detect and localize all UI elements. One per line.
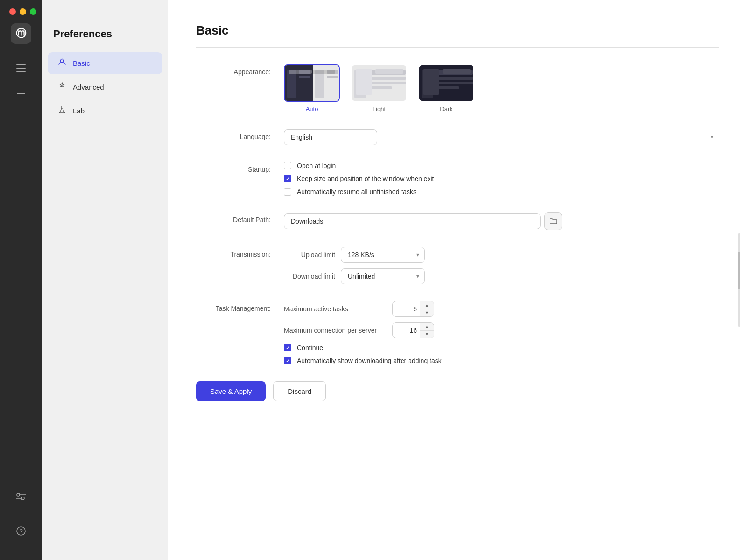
download-row: Download limit 64 KB/s 128 KB/s 256 KB/s… — [284, 268, 719, 284]
download-select-wrap: 64 KB/s 128 KB/s 256 KB/s 512 KB/s 1 MB/… — [341, 268, 425, 284]
default-path-row: Default Path: — [196, 212, 719, 230]
sidebar-item-advanced[interactable]: Advanced — [48, 76, 162, 98]
browse-folder-button[interactable] — [544, 212, 562, 230]
download-label: Download limit — [284, 273, 335, 280]
continue-checkbox[interactable] — [284, 344, 291, 351]
task-management-row: Task Management: Maximum active tasks ▲ … — [196, 301, 719, 364]
appearance-label: Appearance: — [196, 64, 271, 76]
default-path-content — [284, 212, 719, 230]
max-connection-spinbox: ▲ ▼ — [392, 322, 434, 338]
appearance-auto[interactable]: Auto — [284, 64, 340, 112]
max-connection-row: Maximum connection per server ▲ ▼ — [284, 322, 719, 338]
default-path-label: Default Path: — [196, 212, 271, 224]
upload-select-wrap: 64 KB/s 128 KB/s 256 KB/s 512 KB/s 1 MB/… — [341, 247, 425, 263]
auto-show-label: Automatically show downloading after add… — [297, 357, 442, 364]
auto-thumb-graphic — [285, 65, 339, 101]
default-path-input[interactable] — [284, 213, 541, 229]
minimize-button[interactable] — [20, 8, 26, 15]
svg-rect-0 — [16, 64, 26, 65]
max-connection-down-button[interactable]: ▼ — [420, 331, 434, 338]
language-select-wrap: English Chinese Japanese French German S… — [284, 129, 719, 145]
svg-rect-1 — [16, 68, 26, 69]
startup-row: Startup: Open at login Keep size and pos… — [196, 162, 719, 196]
upload-select[interactable]: 64 KB/s 128 KB/s 256 KB/s 512 KB/s 1 MB/… — [341, 247, 425, 263]
filter-icon[interactable] — [11, 486, 31, 507]
add-icon[interactable] — [11, 83, 31, 104]
svg-rect-31 — [436, 77, 473, 80]
svg-rect-24 — [368, 70, 406, 75]
svg-rect-26 — [368, 82, 406, 84]
auto-show-row[interactable]: Automatically show downloading after add… — [284, 357, 719, 364]
max-active-tasks-down-button[interactable]: ▼ — [420, 309, 434, 317]
appearance-content: Auto — [284, 64, 719, 112]
open-at-login-row[interactable]: Open at login — [284, 162, 719, 169]
svg-rect-17 — [299, 70, 310, 74]
dark-thumb-graphic — [419, 65, 473, 101]
save-apply-button[interactable]: Save & Apply — [196, 381, 266, 401]
svg-rect-21 — [327, 76, 338, 78]
close-button[interactable] — [9, 8, 16, 15]
max-active-tasks-spinbox: ▲ ▼ — [392, 301, 434, 317]
advanced-icon — [57, 82, 67, 92]
auto-resume-checkbox[interactable] — [284, 188, 291, 196]
upload-label: Upload limit — [284, 251, 335, 259]
startup-label: Startup: — [196, 162, 271, 173]
svg-rect-19 — [315, 70, 324, 98]
auto-resume-row[interactable]: Automatically resume all unfinished task… — [284, 188, 719, 196]
keep-size-row[interactable]: Keep size and position of the window whe… — [284, 175, 719, 182]
max-active-tasks-spinbox-buttons: ▲ ▼ — [420, 301, 434, 316]
svg-rect-20 — [327, 70, 338, 74]
sidebar-item-basic[interactable]: Basic — [48, 52, 162, 74]
open-at-login-label: Open at login — [297, 162, 336, 169]
lab-icon — [57, 105, 67, 116]
keep-size-checkbox[interactable] — [284, 175, 291, 182]
basic-icon — [57, 58, 67, 69]
max-connection-label: Maximum connection per server — [284, 327, 387, 334]
language-chevron-icon: ▾ — [711, 134, 713, 140]
sidebar-basic-label: Basic — [73, 59, 90, 67]
sidebar-title: Preferences — [42, 28, 168, 51]
light-thumb-graphic — [352, 65, 406, 101]
keep-size-label: Keep size and position of the window whe… — [297, 175, 434, 182]
light-thumb — [351, 64, 407, 102]
continue-row[interactable]: Continue — [284, 344, 719, 351]
scrollbar-thumb[interactable] — [738, 252, 740, 289]
appearance-options: Auto — [284, 64, 719, 112]
auto-label: Auto — [306, 105, 318, 112]
startup-content: Open at login Keep size and position of … — [284, 162, 719, 196]
open-at-login-checkbox[interactable] — [284, 162, 291, 169]
max-active-tasks-label: Maximum active tasks — [284, 305, 387, 313]
discard-button[interactable]: Discard — [273, 381, 326, 401]
max-connection-up-button[interactable]: ▲ — [420, 323, 434, 331]
sidebar-item-lab[interactable]: Lab — [48, 100, 162, 122]
svg-rect-4 — [17, 93, 25, 94]
appearance-dark[interactable]: Dark — [418, 64, 474, 112]
appearance-light[interactable]: Light — [351, 64, 407, 112]
auto-thumb — [284, 64, 340, 102]
download-select[interactable]: 64 KB/s 128 KB/s 256 KB/s 512 KB/s 1 MB/… — [341, 268, 425, 284]
divider — [196, 47, 719, 48]
language-select[interactable]: English Chinese Japanese French German S… — [284, 129, 377, 145]
menu-icon[interactable] — [11, 58, 31, 78]
page-title: Basic — [196, 23, 719, 38]
svg-rect-23 — [354, 70, 366, 98]
transmission-content: Upload limit 64 KB/s 128 KB/s 256 KB/s 5… — [284, 247, 719, 284]
svg-rect-27 — [368, 86, 392, 89]
language-content: English Chinese Japanese French German S… — [284, 129, 719, 145]
main-content: Basic Appearance: — [168, 0, 747, 560]
dark-thumb — [418, 64, 474, 102]
sidebar-dark: ⓜ ? — [0, 0, 42, 560]
max-active-tasks-up-button[interactable]: ▲ — [420, 301, 434, 309]
auto-resume-label: Automatically resume all unfinished task… — [297, 188, 416, 196]
auto-show-checkbox[interactable] — [284, 357, 291, 364]
svg-rect-2 — [16, 71, 26, 72]
maximize-button[interactable] — [30, 8, 36, 15]
max-connection-spinbox-buttons: ▲ ▼ — [420, 323, 434, 338]
dark-label: Dark — [440, 105, 452, 112]
sidebar-light: Preferences Basic Advanced Lab — [42, 0, 168, 560]
help-icon[interactable]: ? — [11, 521, 31, 541]
svg-rect-18 — [299, 76, 310, 78]
app-logo: ⓜ — [11, 23, 31, 44]
transmission-row: Transmission: Upload limit 64 KB/s 128 K… — [196, 247, 719, 284]
max-active-tasks-row: Maximum active tasks ▲ ▼ — [284, 301, 719, 317]
